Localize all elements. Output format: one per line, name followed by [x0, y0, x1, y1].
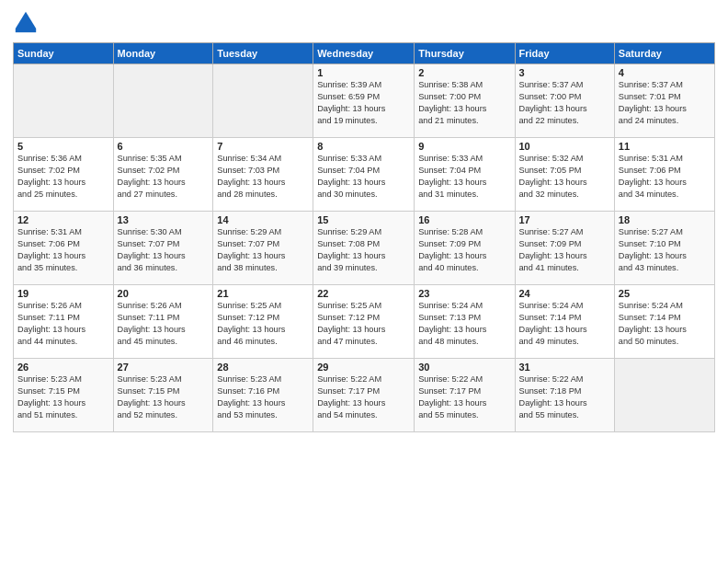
day-info: Sunrise: 5:24 AM Sunset: 7:14 PM Dayligh…	[619, 300, 711, 348]
svg-marker-0	[16, 12, 36, 29]
day-number: 5	[17, 141, 109, 152]
day-number: 12	[17, 214, 109, 225]
calendar-header-sunday: Sunday	[14, 43, 114, 64]
calendar-cell: 29Sunrise: 5:22 AM Sunset: 7:17 PM Dayli…	[313, 359, 415, 432]
day-number: 17	[519, 214, 610, 225]
day-info: Sunrise: 5:22 AM Sunset: 7:17 PM Dayligh…	[418, 373, 510, 421]
calendar-header-wednesday: Wednesday	[313, 43, 415, 64]
page-header	[13, 9, 715, 35]
calendar-cell	[14, 64, 114, 138]
calendar-cell: 23Sunrise: 5:24 AM Sunset: 7:13 PM Dayli…	[415, 285, 515, 359]
day-info: Sunrise: 5:25 AM Sunset: 7:12 PM Dayligh…	[217, 300, 309, 348]
calendar-cell: 6Sunrise: 5:35 AM Sunset: 7:02 PM Daylig…	[113, 138, 213, 212]
calendar-header-row: SundayMondayTuesdayWednesdayThursdayFrid…	[14, 43, 715, 64]
day-info: Sunrise: 5:37 AM Sunset: 7:01 PM Dayligh…	[619, 79, 711, 127]
calendar-cell: 20Sunrise: 5:26 AM Sunset: 7:11 PM Dayli…	[113, 285, 213, 359]
calendar-table: SundayMondayTuesdayWednesdayThursdayFrid…	[13, 42, 715, 432]
calendar-cell: 28Sunrise: 5:23 AM Sunset: 7:16 PM Dayli…	[213, 359, 313, 432]
calendar-cell: 15Sunrise: 5:29 AM Sunset: 7:08 PM Dayli…	[313, 212, 415, 285]
calendar-header-monday: Monday	[113, 43, 213, 64]
svg-rect-1	[16, 29, 36, 32]
calendar-cell: 12Sunrise: 5:31 AM Sunset: 7:06 PM Dayli…	[14, 212, 114, 285]
calendar-cell: 19Sunrise: 5:26 AM Sunset: 7:11 PM Dayli…	[14, 285, 114, 359]
calendar-cell: 9Sunrise: 5:33 AM Sunset: 7:04 PM Daylig…	[415, 138, 515, 212]
calendar-week-row: 26Sunrise: 5:23 AM Sunset: 7:15 PM Dayli…	[14, 359, 715, 432]
day-info: Sunrise: 5:27 AM Sunset: 7:09 PM Dayligh…	[519, 226, 610, 274]
day-number: 15	[317, 214, 410, 225]
day-info: Sunrise: 5:39 AM Sunset: 6:59 PM Dayligh…	[317, 79, 410, 127]
day-info: Sunrise: 5:29 AM Sunset: 7:08 PM Dayligh…	[317, 226, 410, 274]
day-number: 2	[418, 67, 510, 78]
calendar-header-thursday: Thursday	[415, 43, 515, 64]
calendar-week-row: 12Sunrise: 5:31 AM Sunset: 7:06 PM Dayli…	[14, 212, 715, 285]
day-info: Sunrise: 5:24 AM Sunset: 7:14 PM Dayligh…	[519, 300, 610, 348]
logo-icon	[13, 9, 39, 35]
day-number: 6	[118, 141, 210, 152]
day-info: Sunrise: 5:31 AM Sunset: 7:06 PM Dayligh…	[17, 226, 109, 274]
calendar-cell: 1Sunrise: 5:39 AM Sunset: 6:59 PM Daylig…	[313, 64, 415, 138]
day-number: 10	[519, 141, 610, 152]
day-number: 27	[118, 362, 210, 373]
calendar-cell: 22Sunrise: 5:25 AM Sunset: 7:12 PM Dayli…	[313, 285, 415, 359]
calendar-cell: 2Sunrise: 5:38 AM Sunset: 7:00 PM Daylig…	[415, 64, 515, 138]
calendar-header-tuesday: Tuesday	[213, 43, 313, 64]
calendar-cell: 24Sunrise: 5:24 AM Sunset: 7:14 PM Dayli…	[515, 285, 614, 359]
day-number: 22	[317, 288, 410, 299]
day-number: 4	[619, 67, 711, 78]
calendar-cell: 7Sunrise: 5:34 AM Sunset: 7:03 PM Daylig…	[213, 138, 313, 212]
calendar-cell: 21Sunrise: 5:25 AM Sunset: 7:12 PM Dayli…	[213, 285, 313, 359]
day-info: Sunrise: 5:26 AM Sunset: 7:11 PM Dayligh…	[17, 300, 109, 348]
day-info: Sunrise: 5:27 AM Sunset: 7:10 PM Dayligh…	[619, 226, 711, 274]
day-number: 11	[619, 141, 711, 152]
day-info: Sunrise: 5:32 AM Sunset: 7:05 PM Dayligh…	[519, 153, 610, 201]
day-info: Sunrise: 5:38 AM Sunset: 7:00 PM Dayligh…	[418, 79, 510, 127]
day-info: Sunrise: 5:34 AM Sunset: 7:03 PM Dayligh…	[217, 153, 309, 201]
calendar-cell: 10Sunrise: 5:32 AM Sunset: 7:05 PM Dayli…	[515, 138, 614, 212]
day-info: Sunrise: 5:23 AM Sunset: 7:15 PM Dayligh…	[118, 373, 210, 421]
day-number: 20	[118, 288, 210, 299]
day-info: Sunrise: 5:37 AM Sunset: 7:00 PM Dayligh…	[519, 79, 610, 127]
day-info: Sunrise: 5:25 AM Sunset: 7:12 PM Dayligh…	[317, 300, 410, 348]
logo	[13, 9, 42, 35]
day-number: 24	[519, 288, 610, 299]
day-number: 3	[519, 67, 610, 78]
calendar-header-saturday: Saturday	[614, 43, 714, 64]
calendar-cell: 13Sunrise: 5:30 AM Sunset: 7:07 PM Dayli…	[113, 212, 213, 285]
calendar-week-row: 1Sunrise: 5:39 AM Sunset: 6:59 PM Daylig…	[14, 64, 715, 138]
day-info: Sunrise: 5:28 AM Sunset: 7:09 PM Dayligh…	[418, 226, 510, 274]
calendar-cell: 3Sunrise: 5:37 AM Sunset: 7:00 PM Daylig…	[515, 64, 614, 138]
day-number: 18	[619, 214, 711, 225]
calendar-cell: 18Sunrise: 5:27 AM Sunset: 7:10 PM Dayli…	[614, 212, 714, 285]
day-info: Sunrise: 5:23 AM Sunset: 7:16 PM Dayligh…	[217, 373, 309, 421]
day-info: Sunrise: 5:36 AM Sunset: 7:02 PM Dayligh…	[17, 153, 109, 201]
day-info: Sunrise: 5:24 AM Sunset: 7:13 PM Dayligh…	[418, 300, 510, 348]
day-number: 19	[17, 288, 109, 299]
calendar-week-row: 19Sunrise: 5:26 AM Sunset: 7:11 PM Dayli…	[14, 285, 715, 359]
day-info: Sunrise: 5:23 AM Sunset: 7:15 PM Dayligh…	[17, 373, 109, 421]
day-number: 31	[519, 362, 610, 373]
day-number: 7	[217, 141, 309, 152]
calendar-cell: 25Sunrise: 5:24 AM Sunset: 7:14 PM Dayli…	[614, 285, 714, 359]
calendar-cell	[113, 64, 213, 138]
calendar-cell: 8Sunrise: 5:33 AM Sunset: 7:04 PM Daylig…	[313, 138, 415, 212]
day-number: 29	[317, 362, 410, 373]
day-number: 13	[118, 214, 210, 225]
calendar-cell: 11Sunrise: 5:31 AM Sunset: 7:06 PM Dayli…	[614, 138, 714, 212]
day-info: Sunrise: 5:22 AM Sunset: 7:18 PM Dayligh…	[519, 373, 610, 421]
calendar-cell: 4Sunrise: 5:37 AM Sunset: 7:01 PM Daylig…	[614, 64, 714, 138]
day-info: Sunrise: 5:31 AM Sunset: 7:06 PM Dayligh…	[619, 153, 711, 201]
day-info: Sunrise: 5:30 AM Sunset: 7:07 PM Dayligh…	[118, 226, 210, 274]
day-number: 1	[317, 67, 410, 78]
calendar-cell: 30Sunrise: 5:22 AM Sunset: 7:17 PM Dayli…	[415, 359, 515, 432]
calendar-cell: 14Sunrise: 5:29 AM Sunset: 7:07 PM Dayli…	[213, 212, 313, 285]
day-number: 14	[217, 214, 309, 225]
day-info: Sunrise: 5:33 AM Sunset: 7:04 PM Dayligh…	[418, 153, 510, 201]
day-info: Sunrise: 5:35 AM Sunset: 7:02 PM Dayligh…	[118, 153, 210, 201]
day-number: 25	[619, 288, 711, 299]
day-number: 8	[317, 141, 410, 152]
day-number: 21	[217, 288, 309, 299]
calendar-cell: 5Sunrise: 5:36 AM Sunset: 7:02 PM Daylig…	[14, 138, 114, 212]
calendar-header-friday: Friday	[515, 43, 614, 64]
day-number: 9	[418, 141, 510, 152]
calendar-cell: 17Sunrise: 5:27 AM Sunset: 7:09 PM Dayli…	[515, 212, 614, 285]
